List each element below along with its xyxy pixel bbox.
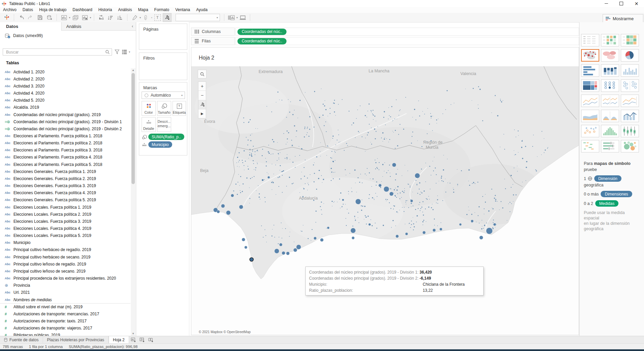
pages-shelf[interactable]: Páginas xyxy=(139,24,187,50)
showme-thumb-dual-lines[interactable] xyxy=(621,95,639,107)
map-mark[interactable] xyxy=(480,236,483,240)
filters-shelf[interactable]: Filtros xyxy=(139,52,187,80)
sheet-tab-hoja-2[interactable]: Hoja 2 xyxy=(109,336,129,343)
showme-thumb-scatter-plot[interactable] xyxy=(581,125,599,137)
field-item[interactable]: =⊕Coordenadas del núcleo principal (grad… xyxy=(0,125,130,132)
new-story-tab-button[interactable] xyxy=(147,336,155,343)
field-item[interactable]: AbcNombres de medidas xyxy=(0,296,130,303)
map-mark[interactable] xyxy=(423,231,426,234)
pill-suma-ratio[interactable]: SUMA(Ratio_p.. xyxy=(148,134,184,140)
menu-archivo[interactable]: Archivo xyxy=(0,7,20,13)
field-item[interactable]: AbcElecciones Locales. Fuerza política 2… xyxy=(0,211,130,218)
scroll-up-icon[interactable]: ▲ xyxy=(131,68,136,72)
menu-ventana[interactable]: Ventana xyxy=(172,7,193,13)
view-options-icon[interactable] xyxy=(122,50,127,54)
fit-selector[interactable]: ▾ xyxy=(176,14,220,21)
field-item[interactable]: #Autorizaciones de transporte: taxis. 20… xyxy=(0,317,130,324)
map-mark[interactable] xyxy=(392,163,396,167)
map-mark[interactable] xyxy=(279,243,282,246)
menu-hoja-de-trabajo[interactable]: Hoja de trabajo xyxy=(36,7,69,13)
map-mark[interactable] xyxy=(286,252,290,255)
map-mark[interactable] xyxy=(459,223,462,226)
field-item[interactable]: AbcUrl. 2021 xyxy=(0,289,130,296)
map-mark[interactable] xyxy=(493,223,496,226)
maximize-button[interactable] xyxy=(614,0,629,7)
map-mark[interactable] xyxy=(433,229,436,232)
map-mark[interactable] xyxy=(320,238,324,242)
field-item[interactable]: AbcMunicipio xyxy=(0,239,130,246)
map-mark[interactable] xyxy=(244,246,247,249)
showme-thumb-symbol-map[interactable] xyxy=(581,49,599,62)
fit-axes-button[interactable] xyxy=(227,13,235,22)
showme-thumb-continuous-area[interactable] xyxy=(581,110,599,122)
menu-análisis[interactable]: Análisis xyxy=(115,7,135,13)
map-mark[interactable] xyxy=(410,200,413,202)
map-mark[interactable] xyxy=(396,235,399,238)
clear-sheet-caret-icon[interactable]: ▾ xyxy=(90,16,91,19)
presentation-mode-button[interactable] xyxy=(239,13,247,22)
map-mark[interactable] xyxy=(231,194,234,197)
search-input[interactable] xyxy=(5,49,105,55)
tab-analisis[interactable]: Análisis xyxy=(61,22,136,31)
show-me-button[interactable]: Mostrarme xyxy=(603,14,643,23)
field-item[interactable]: AbcActividad 1. 2020 xyxy=(0,68,130,75)
map-mark[interactable] xyxy=(221,204,225,208)
group-members-button[interactable] xyxy=(142,13,150,22)
field-item[interactable]: AbcActividad 5. 2020 xyxy=(0,97,130,104)
collapse-pane-icon[interactable]: ‹ xyxy=(132,24,133,29)
scroll-down-icon[interactable]: ▼ xyxy=(131,332,136,336)
redo-button[interactable] xyxy=(27,13,35,22)
tooltip-button[interactable]: Descri... emerg... xyxy=(157,117,171,132)
new-sheet-caret-icon[interactable]: ▾ xyxy=(69,16,70,19)
field-item[interactable]: =⊕Coordenadas del núcleo principal (grad… xyxy=(0,118,130,125)
search-input-box[interactable] xyxy=(3,48,112,56)
columns-pill[interactable]: Coordenadas del núc.. xyxy=(237,29,287,35)
field-item[interactable]: #Altitud sobre el nivel del mar (m). 201… xyxy=(0,303,130,310)
columns-shelf-area[interactable]: Coordenadas del núc.. xyxy=(235,28,579,36)
field-item[interactable]: #Bibliotecas públicas. 2019 xyxy=(0,332,130,336)
add-data-button[interactable] xyxy=(45,13,53,22)
field-item[interactable]: AbcElecciones Locales. Fuerza política 4… xyxy=(0,225,130,232)
map-mark[interactable] xyxy=(440,228,442,231)
map-mark[interactable] xyxy=(282,251,285,255)
field-item[interactable]: #Autorizaciones de transporte: mercancía… xyxy=(0,310,130,317)
field-item[interactable]: AbcPrincipal cultivo leñoso de secano. 2… xyxy=(0,268,130,275)
field-item[interactable]: AbcElecciones Generales. Fuerza política… xyxy=(0,175,130,182)
save-button[interactable] xyxy=(36,13,44,22)
highlight-pen-button[interactable] xyxy=(130,13,139,22)
map-mark[interactable] xyxy=(268,176,270,179)
field-item[interactable]: AbcActividad 4. 2020 xyxy=(0,90,130,97)
map-mark[interactable] xyxy=(242,238,245,241)
map-mark[interactable] xyxy=(351,228,356,233)
zoom-out-button[interactable]: − xyxy=(198,91,206,100)
sort-descending-button[interactable] xyxy=(116,13,124,22)
field-item[interactable]: AbcPrincipal procedencia de los extranje… xyxy=(0,275,130,282)
showme-thumb-gantt[interactable] xyxy=(581,140,599,152)
map-pin-button[interactable] xyxy=(198,100,206,109)
fit-axes-caret-icon[interactable]: ▾ xyxy=(236,16,238,19)
sheet-tab-plazas-hoteleras-por-provincias[interactable]: Plazas Hoteleras por Provincias xyxy=(43,336,109,343)
pill-municipio[interactable]: Municipio xyxy=(148,141,172,148)
map-mark[interactable] xyxy=(262,179,264,181)
field-list-scrollbar[interactable]: ▲ ▼ xyxy=(131,68,136,336)
field-item[interactable]: AbcActividad 3. 2020 xyxy=(0,82,130,90)
menu-ayuda[interactable]: Ayuda xyxy=(193,7,211,13)
field-item[interactable]: AbcElecciones al Parlamento. Fuerza polí… xyxy=(0,132,130,139)
detail-button[interactable]: Detalle xyxy=(142,117,156,132)
showme-thumb-dual-combination[interactable] xyxy=(621,110,639,122)
new-worksheet-button[interactable] xyxy=(60,13,68,22)
menu-datos[interactable]: Datos xyxy=(20,7,36,13)
undo-button[interactable] xyxy=(17,13,25,22)
showme-thumb-continuous-lines[interactable] xyxy=(581,95,599,107)
rows-shelf-area[interactable]: Coordenadas del núc.. xyxy=(235,37,579,45)
filter-fields-icon[interactable] xyxy=(115,49,120,55)
view-options-caret-icon[interactable]: ▾ xyxy=(129,50,130,54)
field-item[interactable]: AbcElecciones Generales. Fuerza política… xyxy=(0,168,130,175)
data-source-item[interactable]: Datos (smex99) xyxy=(0,31,136,40)
field-item[interactable]: AbcElecciones Generales. Fuerza política… xyxy=(0,197,130,204)
fix-axes-pin-button[interactable] xyxy=(163,13,172,22)
showme-thumb-treemap[interactable] xyxy=(581,79,599,92)
map-mark[interactable] xyxy=(296,245,301,249)
menu-mapa[interactable]: Mapa xyxy=(135,7,151,13)
clear-sheet-button[interactable] xyxy=(81,13,89,22)
